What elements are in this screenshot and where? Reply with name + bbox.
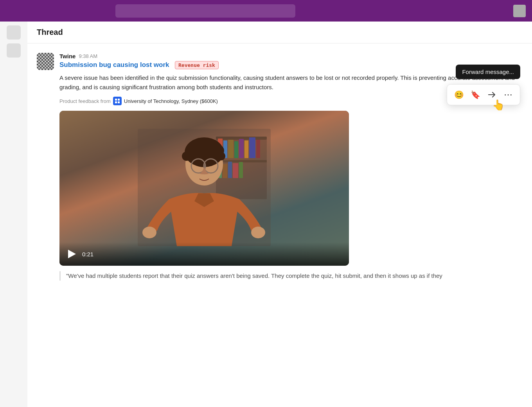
forward-icon xyxy=(487,90,496,99)
forward-tooltip: Forward message... xyxy=(456,65,520,79)
svg-rect-18 xyxy=(228,162,232,178)
thread-header: Thread xyxy=(27,22,532,43)
svg-rect-3 xyxy=(118,101,120,103)
svg-point-33 xyxy=(142,227,156,238)
svg-rect-10 xyxy=(234,141,238,158)
message-timestamp: 9:38 AM xyxy=(79,53,97,59)
quote-text: "We've had multiple students report that… xyxy=(66,272,442,279)
revenue-risk-tag: Revenue risk xyxy=(175,61,219,69)
svg-point-34 xyxy=(251,227,265,238)
sidebar-icon-2[interactable] xyxy=(7,43,21,58)
user-avatar[interactable] xyxy=(513,5,526,17)
svg-rect-17 xyxy=(223,164,227,178)
company-name: University of Technology, Sydney ($600K) xyxy=(124,98,218,104)
svg-rect-13 xyxy=(249,137,255,158)
svg-rect-11 xyxy=(239,139,244,158)
sender-name: Twine xyxy=(59,53,75,59)
play-icon xyxy=(68,250,76,258)
message-title-row: Submission bug causing lost work Revenue… xyxy=(59,61,523,69)
search-bar[interactable] xyxy=(115,4,295,18)
feedback-prefix: Product feedback from xyxy=(59,98,111,104)
forward-button[interactable] xyxy=(484,87,500,103)
message-meta: Twine 9:38 AM xyxy=(59,53,523,59)
video-duration: 0:21 xyxy=(82,251,93,258)
svg-rect-14 xyxy=(256,140,260,158)
svg-rect-1 xyxy=(118,99,120,101)
video-person-silhouette xyxy=(138,129,271,246)
message-quote: "We've had multiple students report that… xyxy=(59,271,523,281)
svg-rect-19 xyxy=(233,163,238,178)
company-logo xyxy=(113,97,122,105)
message-area: Twine 9:38 AM Submission bug causing los… xyxy=(27,43,532,281)
svg-rect-12 xyxy=(244,140,248,158)
play-button[interactable] xyxy=(66,248,78,260)
more-options-button[interactable]: ⋯ xyxy=(500,87,516,103)
emoji-reaction-button[interactable]: 😊 xyxy=(451,87,467,103)
thread-title: Thread xyxy=(37,28,63,37)
thread-panel: Thread Twine 9:38 AM Submission bug caus… xyxy=(27,22,532,407)
sender-avatar xyxy=(37,53,54,70)
message-action-bar: 😊 🔖 ⋯ xyxy=(447,84,520,105)
svg-point-28 xyxy=(182,151,191,161)
video-thumbnail[interactable]: 0:21 xyxy=(59,111,349,266)
left-sidebar xyxy=(0,22,27,407)
company-logo-icon xyxy=(115,98,120,104)
bookmark-button[interactable]: 🔖 xyxy=(467,87,483,103)
svg-rect-2 xyxy=(115,101,117,103)
svg-point-29 xyxy=(217,152,225,160)
svg-rect-20 xyxy=(239,162,243,178)
forward-tooltip-text: Forward message... xyxy=(462,68,514,75)
video-controls[interactable]: 0:21 xyxy=(59,242,349,266)
svg-rect-9 xyxy=(228,140,234,158)
sidebar-icon-1[interactable] xyxy=(7,25,21,40)
message-title: Submission bug causing lost work xyxy=(59,61,169,68)
svg-rect-0 xyxy=(115,99,117,101)
top-bar xyxy=(0,0,532,22)
